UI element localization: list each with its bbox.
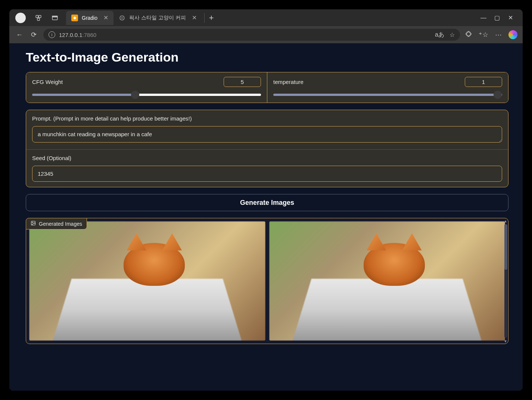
favorite-icon[interactable]: ☆: [449, 31, 455, 38]
workspaces-icon[interactable]: [35, 14, 42, 22]
close-tab-icon[interactable]: ✕: [103, 14, 108, 21]
site-info-icon[interactable]: i: [49, 31, 55, 38]
tab-gradio[interactable]: ◆ Gradio ✕: [66, 11, 113, 25]
generate-button[interactable]: Generate Images: [26, 194, 508, 211]
gallery-label-chip: Generated Images: [26, 218, 87, 229]
new-tab-button[interactable]: +: [204, 13, 218, 23]
menu-icon[interactable]: ⋯: [495, 31, 502, 39]
titlebar: ◆ Gradio ✕ 픽사 스타일 고양이 커피 ✕ + — ▢ ✕: [9, 9, 523, 26]
image-icon: [31, 221, 36, 227]
temperature-value-input[interactable]: 1: [465, 77, 502, 87]
svg-rect-4: [52, 16, 57, 17]
prompt-input[interactable]: [32, 126, 502, 143]
chatgpt-favicon-icon: [119, 15, 125, 21]
gradio-favicon-icon: ◆: [71, 15, 78, 21]
tab-title: 픽사 스타일 고양이 커피: [129, 15, 186, 21]
minimize-button[interactable]: —: [480, 15, 487, 21]
gallery-grid: [29, 221, 505, 341]
temperature-slider-thumb[interactable]: [494, 91, 502, 99]
gallery-scrollbar[interactable]: [504, 224, 507, 338]
cfg-slider[interactable]: [32, 94, 261, 96]
tab-title: Gradio: [82, 15, 97, 21]
browser-window: ◆ Gradio ✕ 픽사 스타일 고양이 커피 ✕ + — ▢ ✕ ← ⟳ i: [9, 9, 523, 391]
page-content: Text-to-Image Generation CFG Weight 5 te…: [9, 43, 523, 391]
translate-icon[interactable]: aあ: [435, 31, 444, 39]
prompt-label: Prompt. (Prompt in more detail can help …: [32, 115, 502, 122]
url-text: 127.0.0.1:7860: [59, 32, 96, 38]
close-tab-icon[interactable]: ✕: [192, 14, 197, 21]
svg-point-7: [32, 222, 33, 223]
slider-row: CFG Weight 5 temperature 1: [26, 72, 508, 103]
address-bar: ← ⟳ i 127.0.0.1:7860 aあ ☆ ⁺☆ ⋯: [9, 26, 523, 43]
url-input[interactable]: i 127.0.0.1:7860 aあ ☆: [43, 29, 460, 41]
cfg-value-input[interactable]: 5: [224, 77, 261, 87]
tab-actions-icon[interactable]: [51, 14, 59, 22]
favorites-bar-icon[interactable]: ⁺☆: [479, 31, 488, 39]
gallery-scroll-down-icon[interactable]: ▼: [504, 339, 507, 343]
generated-image-2[interactable]: [269, 221, 505, 341]
cfg-slider-thumb[interactable]: [131, 91, 139, 99]
prompt-block: Prompt. (Prompt in more detail can help …: [26, 110, 508, 150]
text-inputs-section: Prompt. (Prompt in more detail can help …: [26, 110, 508, 187]
close-window-button[interactable]: ✕: [507, 15, 514, 21]
profile-avatar[interactable]: [15, 13, 26, 23]
cfg-label: CFG Weight: [32, 79, 63, 85]
gallery-scroll-up-icon[interactable]: ▲: [504, 219, 507, 223]
copilot-icon[interactable]: [508, 30, 517, 39]
tab-chatgpt[interactable]: 픽사 스타일 고양이 커피 ✕: [113, 11, 202, 25]
svg-rect-1: [39, 15, 41, 18]
cfg-weight-block: CFG Weight 5: [26, 72, 267, 103]
temperature-label: temperature: [273, 79, 304, 85]
tab-strip: ◆ Gradio ✕ 픽사 스타일 고양이 커피 ✕ +: [66, 9, 218, 26]
gallery-label-text: Generated Images: [39, 221, 82, 227]
svg-rect-0: [36, 15, 38, 18]
temperature-slider[interactable]: [273, 94, 502, 96]
back-button[interactable]: ←: [15, 29, 24, 40]
gallery-scrollbar-thumb[interactable]: [504, 224, 507, 270]
seed-label: Seed (Optional): [32, 155, 502, 161]
seed-input[interactable]: 12345: [32, 166, 502, 182]
refresh-button[interactable]: ⟳: [29, 29, 38, 40]
seed-block: Seed (Optional) 12345: [26, 150, 508, 187]
titlebar-left: [12, 13, 62, 23]
svg-rect-2: [37, 18, 40, 20]
toolbar-icons: ⁺☆ ⋯: [465, 30, 517, 39]
gallery: Generated Images ▲ ▼: [26, 218, 508, 344]
maximize-button[interactable]: ▢: [494, 15, 500, 21]
extensions-icon[interactable]: [465, 31, 472, 39]
window-controls: — ▢ ✕: [480, 15, 520, 21]
generated-image-1[interactable]: [29, 221, 265, 341]
page-title: Text-to-Image Generation: [26, 50, 508, 65]
temperature-block: temperature 1: [267, 72, 508, 103]
